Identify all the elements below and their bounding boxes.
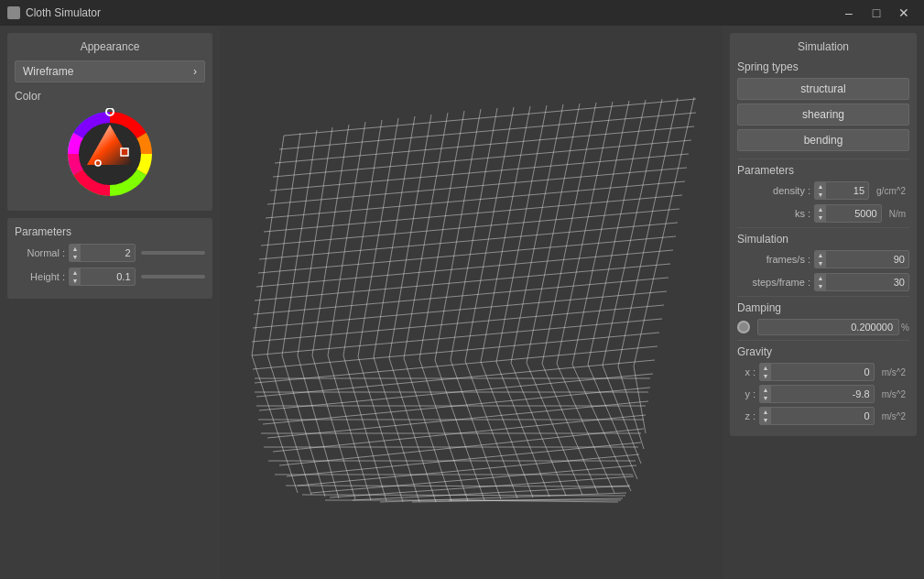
ks-down[interactable]: ▼ (815, 213, 826, 222)
gravity-y-down[interactable]: ▼ (760, 394, 771, 402)
height-row: Height : ▲ ▼ 0.1 (15, 268, 205, 286)
appearance-section: Appearance Wireframe › Color (7, 33, 212, 211)
right-panel: Simulation Spring types structural shear… (723, 26, 924, 579)
normal-spinners: ▲ ▼ (70, 245, 81, 261)
ks-up[interactable]: ▲ (815, 205, 826, 213)
normal-slider[interactable] (141, 251, 206, 255)
maximize-button[interactable]: □ (864, 4, 889, 22)
normal-down[interactable]: ▼ (70, 253, 81, 261)
damping-value: 0.200000 (757, 319, 899, 335)
left-panel: Appearance Wireframe › Color (0, 26, 220, 579)
steps-label: steps/frame : (737, 277, 810, 288)
normal-up[interactable]: ▲ (70, 245, 81, 253)
steps-input[interactable]: ▲ ▼ 30 (814, 273, 909, 291)
ks-label: ks : (737, 208, 810, 219)
gravity-x-input[interactable]: ▲ ▼ 0 (759, 363, 875, 381)
gravity-x-up[interactable]: ▲ (760, 364, 771, 372)
gravity-z-unit: m/s^2 (878, 410, 909, 422)
canvas-area[interactable]: // We'll use inline SVG paths to approxi… (220, 26, 723, 579)
normal-row: Normal : ▲ ▼ 2 (15, 244, 205, 262)
frames-down[interactable]: ▼ (815, 259, 826, 268)
damping-section-label: Damping (737, 301, 909, 314)
density-row: density : ▲ ▼ 15 g/cm^2 (737, 181, 909, 200)
wireframe-label: Wireframe (23, 65, 73, 78)
color-wheel[interactable] (64, 108, 156, 200)
gravity-x-label: x : (737, 366, 756, 377)
gravity-z-value: 0 (771, 410, 874, 421)
color-label: Color (15, 90, 205, 103)
density-up[interactable]: ▲ (815, 182, 826, 191)
title-bar-left: Cloth Simulator (7, 6, 101, 19)
steps-spinners: ▲ ▼ (815, 274, 826, 290)
density-value: 15 (826, 185, 868, 196)
frames-row: frames/s : ▲ ▼ 90 (737, 250, 909, 268)
gravity-z-label: z : (737, 410, 756, 421)
ks-row: ks : ▲ ▼ 5000 N/m (737, 204, 909, 223)
gravity-y-up[interactable]: ▲ (760, 386, 771, 394)
height-label: Height : (15, 271, 65, 282)
main-content: Appearance Wireframe › Color (0, 26, 924, 579)
color-wheel-svg (64, 108, 156, 200)
gravity-y-label: y : (737, 388, 756, 399)
bending-button[interactable]: bending (737, 129, 909, 151)
gravity-x-row: x : ▲ ▼ 0 m/s^2 (737, 363, 909, 381)
divider-1 (737, 158, 909, 159)
spring-types-label: Spring types (737, 60, 909, 73)
minimize-button[interactable]: – (836, 4, 862, 22)
damping-unit: % (901, 322, 909, 333)
wireframe-dropdown[interactable]: Wireframe › (15, 60, 205, 82)
divider-4 (737, 340, 909, 341)
frames-spinners: ▲ ▼ (815, 251, 826, 268)
close-button[interactable]: ✕ (891, 4, 917, 22)
ks-input[interactable]: ▲ ▼ 5000 (814, 204, 882, 223)
frames-label: frames/s : (737, 254, 810, 265)
gravity-x-down[interactable]: ▼ (760, 372, 771, 380)
app-title: Cloth Simulator (26, 6, 101, 19)
gravity-z-input[interactable]: ▲ ▼ 0 (759, 407, 875, 425)
gravity-y-row: y : ▲ ▼ -9.8 m/s^2 (737, 385, 909, 403)
gravity-x-unit: m/s^2 (878, 366, 909, 378)
frames-value: 90 (826, 254, 908, 265)
svg-rect-7 (220, 26, 723, 579)
gravity-x-spinners: ▲ ▼ (760, 364, 771, 380)
left-parameters-section: Parameters Normal : ▲ ▼ 2 Height : ▲ (7, 218, 212, 299)
wireframe-arrow: › (193, 65, 197, 78)
height-up[interactable]: ▲ (70, 268, 81, 277)
cloth-visualization: // We'll use inline SVG paths to approxi… (220, 26, 723, 579)
gravity-z-down[interactable]: ▼ (760, 416, 771, 424)
normal-label: Normal : (15, 247, 65, 258)
steps-value: 30 (826, 277, 908, 288)
normal-input[interactable]: ▲ ▼ 2 (69, 244, 136, 262)
svg-rect-4 (121, 148, 128, 156)
structural-button[interactable]: structural (737, 78, 909, 100)
gravity-z-up[interactable]: ▲ (760, 408, 771, 416)
simulation-panel: Simulation Spring types structural shear… (730, 33, 917, 436)
height-input[interactable]: ▲ ▼ 0.1 (69, 268, 136, 286)
frames-up[interactable]: ▲ (815, 251, 826, 259)
density-unit: g/cm^2 (873, 185, 909, 197)
density-label: density : (737, 185, 810, 196)
gravity-z-row: z : ▲ ▼ 0 m/s^2 (737, 407, 909, 425)
shearing-button[interactable]: shearing (737, 104, 909, 126)
height-down[interactable]: ▼ (70, 277, 81, 285)
density-input[interactable]: ▲ ▼ 15 (814, 181, 869, 200)
damping-slider-thumb[interactable] (737, 321, 750, 333)
ks-value: 5000 (826, 208, 881, 219)
frames-input[interactable]: ▲ ▼ 90 (814, 250, 909, 268)
window-controls: – □ ✕ (836, 4, 917, 22)
height-value: 0.1 (81, 271, 135, 282)
damping-row: 0.200000 % (737, 319, 909, 335)
steps-down[interactable]: ▼ (815, 282, 826, 290)
color-wheel-container[interactable] (15, 108, 205, 200)
steps-up[interactable]: ▲ (815, 274, 826, 282)
density-down[interactable]: ▼ (815, 191, 826, 199)
app-icon (7, 6, 20, 19)
gravity-x-value: 0 (771, 366, 874, 377)
gravity-z-spinners: ▲ ▼ (760, 408, 771, 424)
gravity-y-input[interactable]: ▲ ▼ -9.8 (759, 385, 875, 403)
title-bar: Cloth Simulator – □ ✕ (0, 0, 924, 26)
steps-row: steps/frame : ▲ ▼ 30 (737, 273, 909, 291)
height-slider[interactable] (141, 275, 206, 279)
simulation-title: Simulation (737, 40, 909, 53)
ks-unit: N/m (886, 208, 909, 220)
